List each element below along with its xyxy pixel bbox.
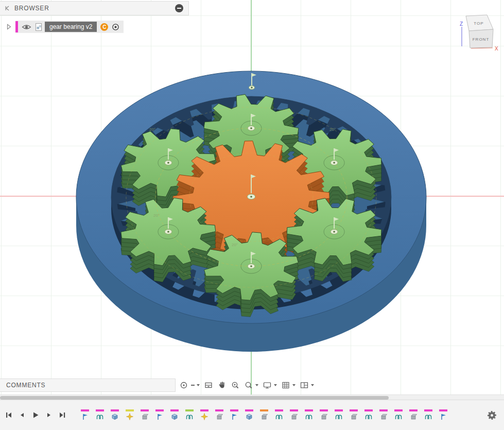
- timeline-feature-joint[interactable]: [185, 409, 194, 421]
- browser-root-row[interactable]: gear bearing v2 C: [6, 20, 124, 33]
- feature-marker-bar: [81, 409, 89, 411]
- timeline-feature-extrude[interactable]: [215, 409, 224, 421]
- joint-icon: [185, 412, 194, 421]
- viewcube-top-label[interactable]: TOP: [474, 21, 483, 26]
- timeline-feature-extrude[interactable]: [409, 409, 418, 421]
- extrude-icon: [350, 412, 358, 421]
- feature-marker-bar: [439, 409, 447, 411]
- nav-zoom-window-button[interactable]: [231, 381, 240, 390]
- component-icon: [245, 412, 253, 421]
- extrude-icon: [141, 412, 149, 421]
- feature-marker-bar: [335, 409, 343, 411]
- nav-grid-display-button[interactable]: [281, 381, 296, 390]
- joint-icon: [424, 412, 432, 421]
- chevron-down-icon[interactable]: [292, 384, 296, 386]
- timeline-feature-joint[interactable]: [394, 409, 403, 421]
- nav-display-settings-button[interactable]: [263, 381, 277, 390]
- gear-icon: [487, 410, 497, 420]
- feature-marker-bar: [394, 409, 403, 411]
- step-forward-button[interactable]: [45, 411, 53, 419]
- angle-annotation: 20°: [149, 127, 155, 132]
- timeline-feature-feature-star[interactable]: [125, 409, 134, 421]
- navigation-toolbar: [179, 379, 314, 391]
- browser-panel-header: BROWSER: [0, 1, 189, 15]
- timeline-feature-component[interactable]: [110, 409, 119, 421]
- nav-pan-button[interactable]: [217, 381, 227, 390]
- angle-annotation: 20°: [329, 127, 336, 132]
- chevron-down-icon[interactable]: [255, 384, 258, 386]
- timeline-feature-sketch[interactable]: [439, 409, 448, 421]
- chevron-down-icon[interactable]: [311, 384, 314, 386]
- feature-marker-bar: [320, 409, 328, 411]
- timeline-settings-gear-icon[interactable]: [487, 410, 497, 420]
- timeline-feature-list: [80, 409, 448, 421]
- component-name-label[interactable]: gear bearing v2: [45, 22, 97, 32]
- gear-bearing-model[interactable]: 20°20°20°20°: [0, 0, 504, 430]
- timeline-feature-joint[interactable]: [304, 409, 314, 421]
- feature-marker-bar: [170, 409, 179, 411]
- extrude-icon: [260, 412, 268, 421]
- timeline-feature-component[interactable]: [245, 409, 254, 421]
- collapse-panel-icon[interactable]: [5, 6, 10, 11]
- timeline-feature-joint[interactable]: [364, 409, 373, 421]
- joint-icon: [394, 412, 403, 421]
- collapse-node-button[interactable]: [175, 4, 183, 12]
- comments-title: COMMENTS: [6, 382, 45, 389]
- context-badge[interactable]: C: [100, 23, 108, 31]
- timeline-feature-extrude[interactable]: [289, 409, 299, 421]
- sketch-icon: [439, 412, 447, 421]
- expand-chevron-icon[interactable]: [6, 24, 12, 30]
- timeline-playback-controls: [0, 411, 66, 419]
- timeline-feature-sketch[interactable]: [230, 409, 239, 421]
- extrude-icon: [215, 412, 223, 421]
- nav-viewports-button[interactable]: [300, 381, 314, 390]
- joint-icon: [364, 412, 373, 421]
- timeline-feature-feature-star[interactable]: [200, 409, 209, 421]
- step-back-button[interactable]: [19, 411, 26, 419]
- timeline-feature-sketch[interactable]: [80, 409, 90, 421]
- play-button[interactable]: [32, 411, 39, 419]
- chevron-down-icon[interactable]: [274, 384, 277, 386]
- step-forward-icon: [45, 411, 53, 419]
- horizontal-scrollbar[interactable]: [0, 394, 504, 400]
- timeline-feature-extrude[interactable]: [259, 409, 269, 421]
- timeline-feature-joint[interactable]: [274, 409, 284, 421]
- feature-marker-bar: [185, 409, 194, 411]
- feature-marker-bar: [96, 409, 104, 411]
- timeline-feature-joint[interactable]: [95, 409, 105, 421]
- timeline-feature-joint[interactable]: [424, 409, 433, 421]
- feature-marker-bar: [379, 409, 388, 411]
- timeline-feature-extrude[interactable]: [349, 409, 358, 421]
- feature-marker-bar: [230, 409, 238, 411]
- canvas-3d[interactable]: 20°20°20°20°: [0, 0, 504, 430]
- timeline-feature-extrude[interactable]: [379, 409, 388, 421]
- activate-component-radio-icon[interactable]: [112, 23, 119, 31]
- view-cube[interactable]: Z TOP FRONT X: [447, 13, 499, 55]
- nav-orbit-button[interactable]: [179, 381, 200, 390]
- scrollbar-thumb[interactable]: [0, 396, 389, 400]
- timeline-feature-component[interactable]: [170, 409, 179, 421]
- grid-display-icon: [281, 381, 290, 390]
- timeline-feature-extrude[interactable]: [319, 409, 328, 421]
- feature-marker-bar: [350, 409, 358, 411]
- play-icon: [32, 411, 39, 419]
- nav-zoom-button[interactable]: [244, 381, 258, 390]
- sketch-icon: [155, 412, 164, 421]
- go-to-end-button[interactable]: [59, 411, 66, 419]
- timeline-feature-sketch[interactable]: [155, 409, 164, 421]
- chevron-down-icon[interactable]: [197, 384, 200, 386]
- go-to-start-icon: [5, 411, 12, 419]
- timeline-feature-joint[interactable]: [334, 409, 343, 421]
- look-at-icon: [204, 381, 213, 390]
- go-to-start-button[interactable]: [5, 411, 12, 419]
- comments-panel[interactable]: COMMENTS: [0, 379, 176, 392]
- viewcube-front-label[interactable]: FRONT: [473, 37, 490, 42]
- sketch-icon: [81, 412, 89, 421]
- browser-panel-title: BROWSER: [14, 5, 49, 12]
- timeline-feature-extrude[interactable]: [140, 409, 149, 421]
- feature-star-icon: [200, 412, 208, 421]
- extrude-icon: [379, 412, 388, 421]
- constrained-orbit-tick: [191, 385, 195, 386]
- nav-look-at-button[interactable]: [204, 381, 213, 390]
- visibility-eye-icon[interactable]: [22, 24, 31, 30]
